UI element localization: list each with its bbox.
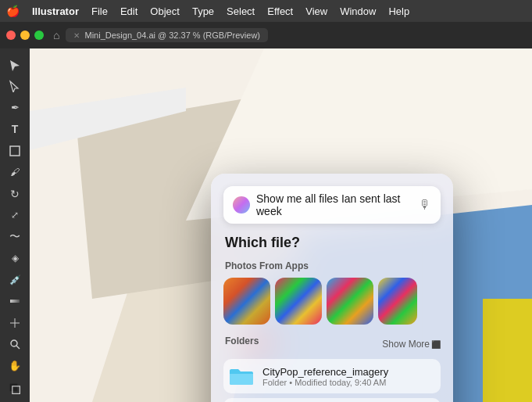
pen-tool[interactable]: ✒ <box>4 98 26 118</box>
menu-file[interactable]: File <box>91 5 108 17</box>
svg-rect-6 <box>10 384 18 392</box>
titlebar: ⌂ ✕ Mini_Design_04.ai @ 32.37 % (RGB/Pre… <box>0 22 532 48</box>
photos-section-label: Photos From Apps <box>223 260 441 271</box>
search-query[interactable]: Show me all files Ian sent last week <box>256 192 412 217</box>
menu-effect[interactable]: Effect <box>267 5 293 17</box>
show-more-arrow-icon: ⬛ <box>431 340 441 349</box>
rectangle-tool[interactable] <box>4 141 26 161</box>
folder-name-0: CityPop_reference_imagery <box>262 366 388 378</box>
folder-icon-0 <box>228 365 255 387</box>
menu-select[interactable]: Select <box>227 5 255 17</box>
photo-thumb-2[interactable] <box>275 278 322 325</box>
canvas-area: ✒ T 🖌 ↻ ⤢ 〜 ◈ 💉 ✋ <box>0 48 532 402</box>
menu-edit[interactable]: Edit <box>120 5 137 17</box>
tab-label: Mini_Design_04.ai @ 32.37 % (RGB/Preview… <box>84 31 260 40</box>
folder-meta-0: Folder • Modified today, 9:40 AM <box>262 378 388 387</box>
selection-tool[interactable] <box>4 55 26 75</box>
menu-view[interactable]: View <box>305 5 327 17</box>
toolbar: ✒ T 🖌 ↻ ⤢ 〜 ◈ 💉 ✋ <box>0 48 30 402</box>
eyedropper-tool[interactable]: 💉 <box>4 270 26 290</box>
search-bar[interactable]: Show me all files Ian sent last week 🎙 <box>223 186 441 224</box>
home-icon[interactable]: ⌂ <box>53 29 59 41</box>
siri-icon <box>233 196 250 214</box>
svg-rect-0 <box>10 146 20 156</box>
menu-object[interactable]: Object <box>150 5 180 17</box>
menubar: 🍎 Illustrator File Edit Object Type Sele… <box>0 0 532 22</box>
svg-point-4 <box>11 340 17 346</box>
blend-tool[interactable]: ◈ <box>4 249 26 269</box>
menu-type[interactable]: Type <box>192 5 214 17</box>
minimize-button[interactable] <box>20 31 30 40</box>
mesh-tool[interactable] <box>4 313 26 333</box>
which-file-label: Which file? <box>223 235 441 251</box>
folder-info-0: CityPop_reference_imagery Folder • Modif… <box>262 366 388 387</box>
gradient-tool[interactable] <box>4 292 26 312</box>
document-tab[interactable]: ✕ Mini_Design_04.ai @ 32.37 % (RGB/Previ… <box>66 28 268 42</box>
folders-section-label: Folders <box>223 336 259 346</box>
direct-selection-tool[interactable] <box>4 77 26 97</box>
photo-thumb-4[interactable] <box>378 278 417 325</box>
folder-item-0[interactable]: CityPop_reference_imagery Folder • Modif… <box>223 359 441 393</box>
fill-stroke-tool[interactable] <box>4 379 26 400</box>
folders-header: Folders Show More ⬛ <box>223 336 441 353</box>
photo-thumb-3[interactable] <box>327 278 373 325</box>
rotate-tool[interactable]: ↻ <box>4 184 26 204</box>
menu-window[interactable]: Window <box>340 5 376 17</box>
photo-thumb-1[interactable] <box>223 278 270 325</box>
tab-close-button[interactable]: ✕ <box>73 31 80 40</box>
close-button[interactable] <box>6 31 16 40</box>
menu-help[interactable]: Help <box>388 5 409 17</box>
mic-icon[interactable]: 🎙 <box>419 198 431 212</box>
type-tool[interactable]: T <box>4 120 26 140</box>
apple-menu[interactable]: 🍎 <box>6 5 20 17</box>
show-more-label: Show More <box>382 339 430 350</box>
search-overlay: Show me all files Ian sent last week 🎙 W… <box>211 174 453 402</box>
svg-line-5 <box>16 346 20 349</box>
maximize-button[interactable] <box>34 31 44 40</box>
photos-row <box>223 278 441 325</box>
warp-tool[interactable]: 〜 <box>4 227 26 247</box>
svg-rect-1 <box>10 300 20 303</box>
hand-tool[interactable]: ✋ <box>4 356 26 376</box>
app-name: Illustrator <box>32 5 79 17</box>
scale-tool[interactable]: ⤢ <box>4 206 26 226</box>
show-more-button[interactable]: Show More ⬛ <box>382 339 441 350</box>
traffic-lights <box>6 31 44 40</box>
svg-rect-12 <box>483 299 532 402</box>
folder-item-1[interactable]: Poster_Study Folder • Modified today, 9:… <box>223 398 441 402</box>
zoom-tool[interactable] <box>4 335 26 355</box>
paintbrush-tool[interactable]: 🖌 <box>4 163 26 183</box>
